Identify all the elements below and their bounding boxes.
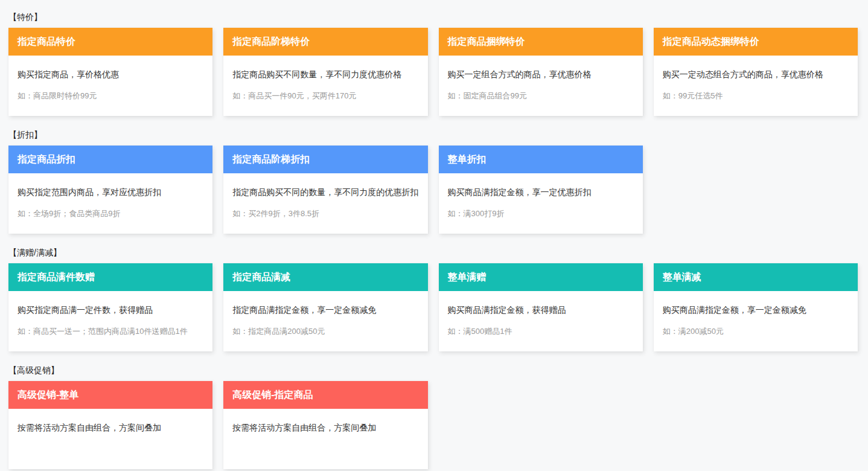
promotion-section: 【折扣】 指定商品折扣 购买指定范围内商品，享对应优惠折扣 如：全场9折；食品类… bbox=[8, 129, 858, 234]
promotion-section: 【特价】 指定商品特价 购买指定商品，享价格优惠 如：商品限时特价99元 指定商… bbox=[8, 11, 858, 116]
promo-card-example: 如：商品限时特价99元 bbox=[18, 91, 203, 101]
promo-card-description: 购买一定动态组合方式的商品，享优惠价格 bbox=[663, 68, 849, 80]
promo-card-body: 指定商品购买不同数量，享不同力度优惠价格 如：商品买一件90元，买两件170元 bbox=[223, 56, 427, 101]
promo-card-header: 整单满减 bbox=[654, 263, 858, 291]
promo-card[interactable]: 整单满赠 购买商品满指定金额，获得赠品 如：满500赠品1件 bbox=[439, 263, 643, 351]
promo-card-header: 指定商品特价 bbox=[8, 28, 212, 56]
promo-card-header: 高级促销-整单 bbox=[8, 381, 212, 409]
promo-card-title: 指定商品特价 bbox=[18, 36, 75, 48]
promotion-type-picker: 【特价】 指定商品特价 购买指定商品，享价格优惠 如：商品限时特价99元 指定商… bbox=[8, 11, 858, 469]
promo-card-header: 指定商品捆绑特价 bbox=[439, 28, 643, 56]
promotion-section: 【满赠/满减】 指定商品满件数赠 购买指定商品满一定件数，获得赠品 如：商品买一… bbox=[8, 246, 858, 351]
promo-card[interactable]: 指定商品阶梯特价 指定商品购买不同数量，享不同力度优惠价格 如：商品买一件90元… bbox=[223, 28, 427, 116]
section-label: 【满赠/满减】 bbox=[8, 246, 858, 258]
promo-card[interactable]: 指定商品捆绑特价 购买一定组合方式的商品，享优惠价格 如：固定商品组合99元 bbox=[439, 28, 643, 116]
promo-card-header: 指定商品满件数赠 bbox=[8, 263, 212, 291]
promo-card-header: 指定商品阶梯特价 bbox=[223, 28, 427, 56]
promo-card[interactable]: 高级促销-指定商品 按需将活动方案自由组合，方案间叠加 bbox=[223, 381, 427, 469]
promo-card-body: 按需将活动方案自由组合，方案间叠加 bbox=[8, 409, 212, 434]
promo-card-description: 购买一定组合方式的商品，享优惠价格 bbox=[448, 68, 634, 80]
promo-card-example: 如：满200减50元 bbox=[663, 326, 849, 337]
promo-card-body: 购买一定组合方式的商品，享优惠价格 如：固定商品组合99元 bbox=[439, 56, 643, 101]
promo-card-title: 指定商品捆绑特价 bbox=[448, 36, 525, 48]
promo-card-description: 购买商品满指定金额，享一定金额减免 bbox=[663, 304, 849, 316]
promo-card-description: 购买商品满指定金额，获得赠品 bbox=[448, 304, 634, 316]
promo-card[interactable]: 指定商品折扣 购买指定范围内商品，享对应优惠折扣 如：全场9折；食品类商品9折 bbox=[8, 146, 212, 234]
promo-card[interactable]: 指定商品阶梯折扣 指定商品购买不同的数量，享不同力度的优惠折扣 如：买2件9折，… bbox=[223, 146, 427, 234]
promo-card-title: 指定商品阶梯特价 bbox=[232, 36, 310, 48]
promo-card-body: 指定商品满指定金额，享一定金额减免 如：指定商品满200减50元 bbox=[223, 291, 427, 337]
promo-card-example: 如：全场9折；食品类商品9折 bbox=[18, 208, 203, 219]
promo-card[interactable]: 整单满减 购买商品满指定金额，享一定金额减免 如：满200减50元 bbox=[654, 263, 858, 351]
card-grid: 指定商品折扣 购买指定范围内商品，享对应优惠折扣 如：全场9折；食品类商品9折 … bbox=[8, 146, 858, 234]
card-grid: 指定商品满件数赠 购买指定商品满一定件数，获得赠品 如：商品买一送一；范围内商品… bbox=[8, 263, 858, 351]
promo-card-title: 整单满赠 bbox=[448, 271, 487, 284]
promo-card-body: 按需将活动方案自由组合，方案间叠加 bbox=[223, 409, 427, 434]
promo-card-body: 购买指定商品满一定件数，获得赠品 如：商品买一送一；范围内商品满10件送赠品1件 bbox=[8, 291, 212, 337]
promo-card[interactable]: 高级促销-整单 按需将活动方案自由组合，方案间叠加 bbox=[8, 381, 212, 469]
promo-card-body: 购买指定范围内商品，享对应优惠折扣 如：全场9折；食品类商品9折 bbox=[8, 173, 212, 219]
section-label: 【特价】 bbox=[8, 11, 858, 23]
card-grid: 指定商品特价 购买指定商品，享价格优惠 如：商品限时特价99元 指定商品阶梯特价… bbox=[8, 28, 858, 116]
promo-card[interactable]: 指定商品满减 指定商品满指定金额，享一定金额减免 如：指定商品满200减50元 bbox=[223, 263, 427, 351]
promo-card-header: 指定商品满减 bbox=[223, 263, 427, 291]
section-label: 【高级促销】 bbox=[8, 364, 858, 376]
promo-card-example: 如：固定商品组合99元 bbox=[448, 91, 634, 101]
promo-card[interactable]: 指定商品满件数赠 购买指定商品满一定件数，获得赠品 如：商品买一送一；范围内商品… bbox=[8, 263, 212, 351]
promo-card-description: 指定商品购买不同的数量，享不同力度的优惠折扣 bbox=[232, 186, 418, 198]
promo-card-header: 整单满赠 bbox=[439, 263, 643, 291]
promo-card-description: 按需将活动方案自由组合，方案间叠加 bbox=[232, 421, 418, 434]
promo-card[interactable]: 指定商品特价 购买指定商品，享价格优惠 如：商品限时特价99元 bbox=[8, 28, 212, 116]
promo-card-title: 高级促销-整单 bbox=[18, 389, 78, 402]
promo-card-body: 购买商品满指定金额，获得赠品 如：满500赠品1件 bbox=[439, 291, 643, 337]
promo-card[interactable]: 指定商品动态捆绑特价 购买一定动态组合方式的商品，享优惠价格 如：99元任选5件 bbox=[654, 28, 858, 116]
promo-card-example: 如：商品买一件90元，买两件170元 bbox=[232, 91, 418, 101]
promo-card-body: 购买商品满指定金额，享一定优惠折扣 如：满300打9折 bbox=[439, 173, 643, 219]
promotion-section: 【高级促销】 高级促销-整单 按需将活动方案自由组合，方案间叠加 高级促销-指定… bbox=[8, 364, 858, 469]
promo-card-description: 购买指定范围内商品，享对应优惠折扣 bbox=[18, 186, 203, 198]
promo-card-example: 如：99元任选5件 bbox=[663, 91, 849, 101]
promo-card-example: 如：满500赠品1件 bbox=[448, 326, 634, 337]
promo-card-example: 如：指定商品满200减50元 bbox=[232, 326, 418, 337]
promo-card-body: 购买商品满指定金额，享一定金额减免 如：满200减50元 bbox=[654, 291, 858, 337]
promo-card-title: 指定商品阶梯折扣 bbox=[232, 153, 310, 166]
promo-card-example: 如：商品买一送一；范围内商品满10件送赠品1件 bbox=[18, 326, 203, 337]
promo-card-description: 指定商品购买不同数量，享不同力度优惠价格 bbox=[232, 68, 418, 80]
promo-card-title: 高级促销-指定商品 bbox=[232, 389, 313, 402]
promo-card-header: 指定商品折扣 bbox=[8, 146, 212, 173]
promo-card-body: 指定商品购买不同的数量，享不同力度的优惠折扣 如：买2件9折，3件8.5折 bbox=[223, 173, 427, 219]
promo-card-title: 指定商品满减 bbox=[232, 271, 290, 284]
promo-card-title: 整单满减 bbox=[663, 271, 701, 284]
promo-card[interactable]: 整单折扣 购买商品满指定金额，享一定优惠折扣 如：满300打9折 bbox=[439, 146, 643, 234]
promo-card-body: 购买指定商品，享价格优惠 如：商品限时特价99元 bbox=[8, 56, 212, 101]
promo-card-example: 如：满300打9折 bbox=[448, 208, 634, 219]
section-label: 【折扣】 bbox=[8, 129, 858, 141]
promo-card-header: 指定商品阶梯折扣 bbox=[223, 146, 427, 173]
promo-card-header: 高级促销-指定商品 bbox=[223, 381, 427, 409]
promo-card-header: 整单折扣 bbox=[439, 146, 643, 173]
promo-card-title: 整单折扣 bbox=[448, 153, 487, 166]
promo-card-description: 购买商品满指定金额，享一定优惠折扣 bbox=[448, 186, 634, 198]
promo-card-header: 指定商品动态捆绑特价 bbox=[654, 28, 858, 56]
promo-card-description: 按需将活动方案自由组合，方案间叠加 bbox=[18, 421, 203, 434]
promo-card-title: 指定商品满件数赠 bbox=[18, 271, 95, 284]
promo-card-body: 购买一定动态组合方式的商品，享优惠价格 如：99元任选5件 bbox=[654, 56, 858, 101]
promo-card-title: 指定商品动态捆绑特价 bbox=[663, 36, 759, 48]
promo-card-title: 指定商品折扣 bbox=[18, 153, 75, 166]
promo-card-description: 购买指定商品，享价格优惠 bbox=[18, 68, 203, 80]
promo-card-description: 指定商品满指定金额，享一定金额减免 bbox=[232, 304, 418, 316]
card-grid: 高级促销-整单 按需将活动方案自由组合，方案间叠加 高级促销-指定商品 按需将活… bbox=[8, 381, 858, 469]
promo-card-description: 购买指定商品满一定件数，获得赠品 bbox=[18, 304, 203, 316]
promo-card-example: 如：买2件9折，3件8.5折 bbox=[232, 208, 418, 219]
